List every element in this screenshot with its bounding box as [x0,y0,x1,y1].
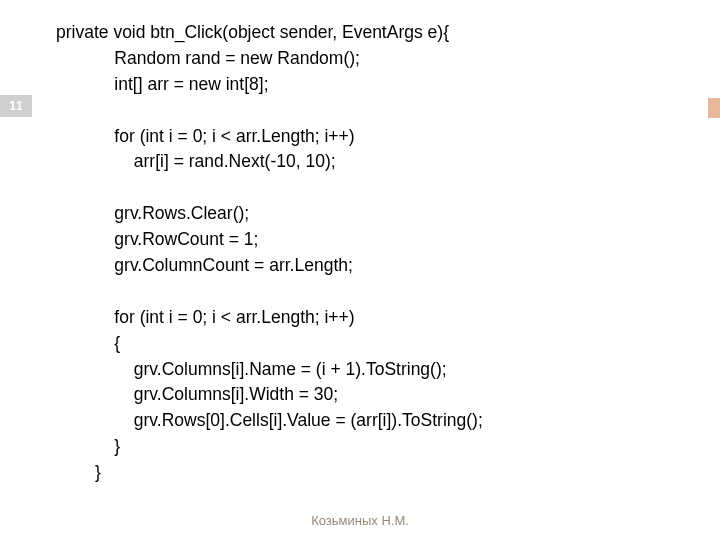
side-decorator [708,98,720,118]
code-line: { [56,333,120,353]
code-block: private void btn_Click(object sender, Ev… [56,20,483,486]
code-line: grv.RowCount = 1; [56,229,258,249]
code-line: } [56,436,120,456]
code-line: grv.Rows.Clear(); [56,203,249,223]
code-line: arr[i] = rand.Next(-10, 10); [56,151,336,171]
code-line: grv.Columns[i].Width = 30; [56,384,338,404]
code-line: for (int i = 0; i < arr.Length; i++) [56,307,355,327]
code-line: for (int i = 0; i < arr.Length; i++) [56,126,355,146]
footer-author: Козьминых Н.М. [0,513,720,528]
code-line: } [56,462,101,482]
page-number-badge: 11 [0,95,32,117]
code-line: Random rand = new Random(); [56,48,360,68]
code-line: int[] arr = new int[8]; [56,74,269,94]
code-line: private void btn_Click(object sender, Ev… [56,22,449,42]
code-line: grv.Columns[i].Name = (i + 1).ToString()… [56,359,447,379]
code-line: grv.ColumnCount = arr.Length; [56,255,353,275]
code-line: grv.Rows[0].Cells[i].Value = (arr[i]).To… [56,410,483,430]
